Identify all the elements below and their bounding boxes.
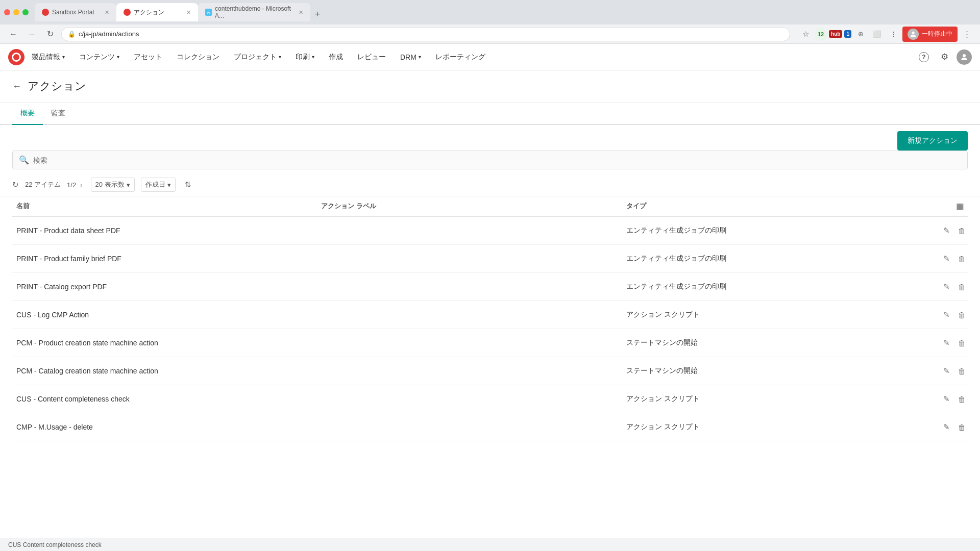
row-4-delete-button[interactable]: 🗑 bbox=[956, 309, 968, 321]
nav-item-drm[interactable]: DRM ▾ bbox=[393, 44, 428, 70]
row-6-name: PCM - Catalog creation state machine act… bbox=[12, 367, 317, 375]
nav-item-create[interactable]: 作成 bbox=[322, 44, 350, 70]
row-3-type: エンティティ生成ジョブの印刷 bbox=[622, 282, 927, 291]
status-text: CUS Content completeness check bbox=[8, 541, 102, 548]
row-6-edit-button[interactable]: ✎ bbox=[941, 364, 952, 378]
help-button[interactable]: ? bbox=[916, 49, 932, 65]
table-header: 名前 アクション ラベル タイプ ▦ bbox=[12, 196, 968, 217]
pagination: 1/2 › bbox=[67, 180, 84, 190]
new-action-button[interactable]: 新規アクション bbox=[897, 131, 968, 151]
gear-icon: ⚙ bbox=[941, 52, 948, 62]
new-tab-button[interactable]: + bbox=[310, 7, 325, 21]
nav-dropdown-arrow-1: ▾ bbox=[117, 54, 119, 60]
address-bar-row: ← → ↻ 🔒 c /ja-jp/admin/actions ☆ 12 hub … bbox=[0, 24, 980, 44]
ext-1-badge[interactable]: 1 bbox=[844, 30, 851, 38]
nav-dropdown-arrow-0: ▾ bbox=[62, 54, 65, 60]
row-7-actions: ✎ 🗑 bbox=[927, 392, 968, 406]
browser-tab-1[interactable]: Sandbox Portal ✕ bbox=[35, 3, 116, 21]
back-button[interactable]: ← bbox=[12, 81, 21, 92]
browser-more-icon[interactable]: ⋮ bbox=[960, 27, 974, 41]
nav-item-assets[interactable]: アセット bbox=[127, 44, 169, 70]
tab-label-2: アクション bbox=[134, 8, 164, 17]
address-bar[interactable]: 🔒 c /ja-jp/admin/actions bbox=[61, 27, 790, 41]
nav-dropdown-arrow-8: ▾ bbox=[419, 54, 421, 60]
nav-item-products[interactable]: 製品情報 ▾ bbox=[24, 44, 72, 70]
translate-icon[interactable]: ⊕ bbox=[853, 27, 868, 41]
tab-close-1[interactable]: ✕ bbox=[105, 9, 109, 16]
close-window-button[interactable] bbox=[4, 9, 10, 15]
row-4-edit-button[interactable]: ✎ bbox=[941, 308, 952, 321]
row-1-delete-button[interactable]: 🗑 bbox=[956, 224, 968, 237]
row-7-type: アクション スクリプト bbox=[622, 394, 927, 404]
action-toolbar: 新規アクション bbox=[0, 125, 980, 151]
nav-item-content[interactable]: コンテンツ ▾ bbox=[72, 44, 127, 70]
row-7-delete-button[interactable]: 🗑 bbox=[956, 393, 968, 406]
browser-tab-2[interactable]: アクション ✕ bbox=[116, 3, 198, 21]
row-1-edit-button[interactable]: ✎ bbox=[941, 224, 952, 237]
settings-icon[interactable]: ⋮ bbox=[886, 27, 900, 41]
user-avatar bbox=[908, 29, 919, 40]
sort-selector[interactable]: 作成日 ▾ bbox=[141, 178, 176, 192]
row-2-name: PRINT - Product family brief PDF bbox=[12, 255, 317, 263]
tab-close-2[interactable]: ✕ bbox=[186, 9, 191, 16]
row-6-actions: ✎ 🗑 bbox=[927, 364, 968, 378]
app-logo[interactable] bbox=[8, 49, 24, 65]
filter-sort-button[interactable]: ⇅ bbox=[182, 178, 194, 191]
nav-item-projects[interactable]: プロジェクト ▾ bbox=[227, 44, 288, 70]
page-content: ← アクション 概要 監査 新規アクション 🔍 ↻ 22 アイテム 1/2 › … bbox=[0, 70, 980, 441]
extensions-icon[interactable]: ⬜ bbox=[870, 27, 884, 41]
row-3-actions: ✎ 🗑 bbox=[927, 280, 968, 293]
browser-extension-icons: ☆ 12 hub 1 ⊕ ⬜ ⋮ 一時停止中 ⋮ bbox=[798, 27, 974, 42]
nav-item-collections[interactable]: コレクション bbox=[169, 44, 227, 70]
row-8-delete-button[interactable]: 🗑 bbox=[956, 421, 968, 434]
row-6-delete-button[interactable]: 🗑 bbox=[956, 365, 968, 378]
settings-button[interactable]: ⚙ bbox=[936, 49, 952, 65]
user-avatar-header[interactable] bbox=[957, 49, 972, 65]
row-1-actions: ✎ 🗑 bbox=[927, 224, 968, 237]
next-page-button[interactable]: › bbox=[78, 180, 84, 190]
search-icon: 🔍 bbox=[19, 155, 29, 165]
back-nav-button[interactable]: ← bbox=[6, 27, 20, 41]
column-view-icon[interactable]: ▦ bbox=[956, 202, 964, 211]
ext-hub-badge[interactable]: hub bbox=[829, 30, 842, 38]
nav-item-review[interactable]: レビュー bbox=[350, 44, 393, 70]
user-pause-button[interactable]: 一時停止中 bbox=[902, 27, 958, 42]
table-row: PCM - Product creation state machine act… bbox=[12, 329, 968, 357]
table-row: PRINT - Product data sheet PDF エンティティ生成ジ… bbox=[12, 217, 968, 245]
row-1-type: エンティティ生成ジョブの印刷 bbox=[622, 226, 927, 235]
nav-item-print[interactable]: 印刷 ▾ bbox=[288, 44, 322, 70]
row-5-type: ステートマシンの開始 bbox=[622, 338, 927, 347]
display-count-selector[interactable]: 20 表示数 ▾ bbox=[91, 178, 135, 192]
row-2-delete-button[interactable]: 🗑 bbox=[956, 253, 968, 265]
search-input[interactable] bbox=[33, 156, 961, 164]
table-row: PRINT - Product family brief PDF エンティティ生… bbox=[12, 245, 968, 273]
table-row: CUS - Log CMP Action アクション スクリプト ✎ 🗑 bbox=[12, 301, 968, 329]
row-2-edit-button[interactable]: ✎ bbox=[941, 252, 952, 265]
nav-item-reporting[interactable]: レポーティング bbox=[428, 44, 493, 70]
row-8-edit-button[interactable]: ✎ bbox=[941, 420, 952, 434]
forward-nav-button[interactable]: → bbox=[24, 27, 39, 41]
row-3-delete-button[interactable]: 🗑 bbox=[956, 281, 968, 293]
row-7-edit-button[interactable]: ✎ bbox=[941, 392, 952, 406]
sort-arrow: ▾ bbox=[167, 181, 171, 189]
bookmark-icon[interactable]: ☆ bbox=[798, 27, 813, 41]
row-3-edit-button[interactable]: ✎ bbox=[941, 280, 952, 293]
tab-overview[interactable]: 概要 bbox=[12, 103, 43, 125]
tab-audit[interactable]: 監査 bbox=[43, 103, 74, 125]
col-header-type: タイプ bbox=[622, 202, 927, 211]
tab-close-3[interactable]: ✕ bbox=[299, 9, 303, 16]
ext-12-badge[interactable]: 12 bbox=[815, 28, 827, 40]
row-8-name: CMP - M.Usage - delete bbox=[12, 423, 317, 431]
reload-button[interactable]: ↻ bbox=[43, 27, 57, 41]
row-4-type: アクション スクリプト bbox=[622, 310, 927, 319]
minimize-window-button[interactable] bbox=[13, 9, 19, 15]
browser-tab-3[interactable]: A contenthubdemo - Microsoft A... ✕ bbox=[198, 3, 310, 21]
row-5-edit-button[interactable]: ✎ bbox=[941, 336, 952, 349]
display-count-label: 20 表示数 bbox=[95, 180, 125, 189]
row-4-actions: ✎ 🗑 bbox=[927, 308, 968, 321]
row-8-type: アクション スクリプト bbox=[622, 422, 927, 432]
maximize-window-button[interactable] bbox=[22, 9, 29, 15]
item-count: 22 アイテム bbox=[25, 180, 61, 189]
refresh-button[interactable]: ↻ bbox=[12, 180, 19, 189]
row-5-delete-button[interactable]: 🗑 bbox=[956, 337, 968, 349]
